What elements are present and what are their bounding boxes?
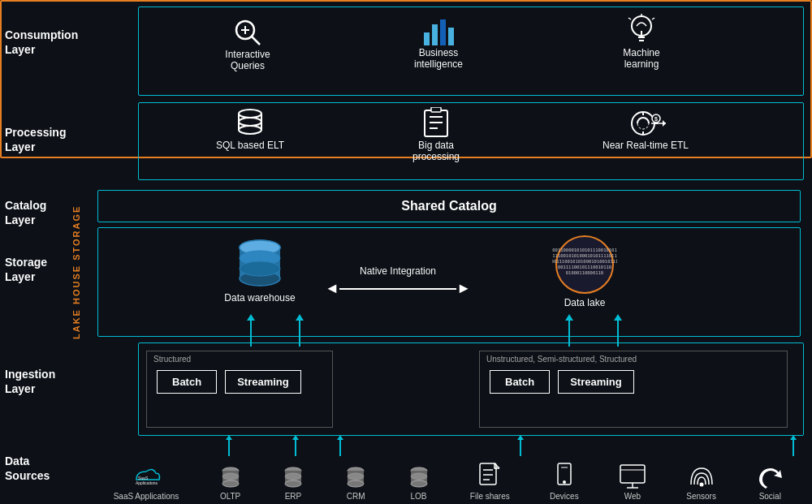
svg-point-27 [632, 112, 654, 135]
machine-learning-label: Machinelearning [623, 47, 659, 70]
native-integration-arrow: Native Integration ◄ ► [325, 265, 471, 297]
saas-icon: SaaS Applications [132, 463, 161, 489]
svg-line-1 [252, 37, 260, 45]
svg-text:Applications: Applications [136, 480, 158, 485]
svg-line-13 [628, 18, 631, 19]
shared-catalog-label: Shared Catalog [97, 192, 801, 221]
consumption-layer-label: Consumption Layer [0, 24, 81, 60]
svg-point-60 [348, 473, 364, 480]
svg-text:00111100101110010110: 00111100101110010110 [558, 265, 611, 269]
data-warehouse-icon [231, 235, 288, 292]
svg-line-14 [652, 18, 654, 19]
web-label: Web [624, 492, 641, 501]
svg-point-19 [239, 118, 261, 126]
svg-point-51 [222, 480, 239, 487]
svg-point-64 [411, 473, 427, 480]
svg-text:10011000010101011100101011: 10011000010101011100101011 [552, 248, 617, 252]
ingestion-right-panel: Unstructured, Semi-structured, Structure… [479, 351, 788, 428]
svg-point-76 [699, 483, 703, 487]
oltp: OLTP [219, 465, 242, 501]
social: Social [756, 463, 784, 501]
ingestion-left-batch-btn[interactable]: Batch [157, 370, 217, 394]
crm-label: CRM [347, 492, 365, 501]
data-lake-icon: 10011000010101011100101011 0111001010100… [552, 232, 617, 297]
business-intelligence-group: Businessintelligence [398, 16, 479, 70]
svg-point-63 [411, 480, 427, 487]
file-shares: File shares [470, 462, 510, 501]
svg-marker-32 [663, 120, 666, 127]
ingestion-right-label: Unstructured, Semi-structured, Structure… [480, 351, 787, 367]
ingestion-right-batch-btn[interactable]: Batch [490, 370, 550, 394]
diagram: Consumption Layer Processing Layer Catal… [0, 0, 812, 504]
sql-elt-label: SQL based ELT [216, 140, 284, 151]
lob-label: LOB [411, 492, 427, 501]
web: Web [619, 462, 646, 501]
social-icon [756, 463, 784, 489]
saas-applications: SaaS Applications SaaS Applications [114, 463, 179, 501]
saas-label: SaaS Applications [114, 492, 179, 501]
svg-rect-4 [424, 32, 430, 45]
arrow-ingestion-lake [568, 314, 570, 347]
crm-icon [344, 465, 367, 489]
oltp-label: OLTP [220, 492, 240, 501]
svg-text:100111001010100010100101110: 100111001010100010100101110 [552, 259, 617, 264]
ingestion-right-streaming-btn[interactable]: Streaming [558, 370, 634, 394]
svg-point-59 [348, 480, 364, 487]
svg-point-15 [239, 110, 261, 118]
arrow-fileshares [517, 435, 524, 456]
lob: LOB [408, 465, 430, 501]
arrow-ingestion-lake2 [617, 314, 619, 347]
arrow-sensors [790, 435, 797, 456]
arrow-ingestion-warehouse2 [299, 314, 300, 347]
sensors-icon [687, 462, 716, 489]
svg-point-56 [285, 473, 301, 480]
ingestion-left-streaming-btn[interactable]: Streaming [225, 370, 301, 394]
lakehouse-storage-label: LAKE HOUSE STORAGE [71, 203, 81, 341]
datasources-layer-label: DataSources [0, 450, 81, 486]
svg-rect-6 [440, 19, 446, 45]
processing-layer-label: Processing Layer [0, 122, 81, 157]
sensors: Sensors [686, 462, 716, 501]
big-data-group: Big dataprocessing [391, 107, 481, 162]
svg-text:01110010101000101011110110: 01110010101000101011110110 [552, 253, 617, 258]
svg-rect-5 [432, 24, 438, 45]
file-shares-label: File shares [470, 492, 510, 501]
datasources-row: SaaS Applications SaaS Applications OLTP [93, 462, 804, 501]
arrow-oltp [292, 435, 299, 456]
data-warehouse-group: Data warehouse [211, 235, 309, 304]
arrow-erp [337, 435, 343, 456]
chart-icon [422, 16, 455, 47]
svg-text:$: $ [654, 116, 658, 123]
oltp-icon [219, 465, 242, 489]
lob-icon [408, 465, 430, 489]
business-intelligence-label: Businessintelligence [414, 47, 463, 70]
search-icon [231, 16, 264, 49]
web-icon [619, 462, 646, 489]
devices-icon [553, 462, 576, 489]
data-lake-label: Data lake [564, 297, 606, 308]
data-processing-icon [421, 107, 451, 140]
ingestion-left-panel: Structured Batch Streaming [146, 351, 333, 428]
file-shares-icon [477, 462, 503, 489]
ingestion-left-label: Structured [147, 351, 332, 367]
svg-rect-72 [620, 465, 645, 483]
svg-point-40 [240, 261, 280, 276]
svg-text:01000110000110: 01000110000110 [566, 270, 603, 275]
erp-icon [282, 465, 304, 489]
crm: CRM [344, 465, 367, 501]
svg-rect-65 [480, 463, 496, 485]
arrow-saas [226, 435, 232, 456]
svg-point-52 [222, 473, 239, 480]
sensors-label: Sensors [686, 492, 716, 501]
svg-point-18 [239, 126, 261, 134]
near-realtime-label: Near Real-time ETL [603, 140, 689, 151]
lightbulb-icon [626, 13, 657, 47]
social-label: Social [759, 492, 781, 501]
machine-learning-group: Machinelearning [601, 13, 682, 70]
erp: ERP [282, 465, 304, 501]
data-warehouse-label: Data warehouse [224, 292, 295, 304]
interactive-queries-label: InteractiveQueries [225, 49, 270, 71]
near-realtime-group: $ Near Real-time ETL [593, 107, 698, 151]
sql-elt-group: SQL based ELT [201, 107, 299, 151]
svg-point-55 [285, 480, 301, 487]
